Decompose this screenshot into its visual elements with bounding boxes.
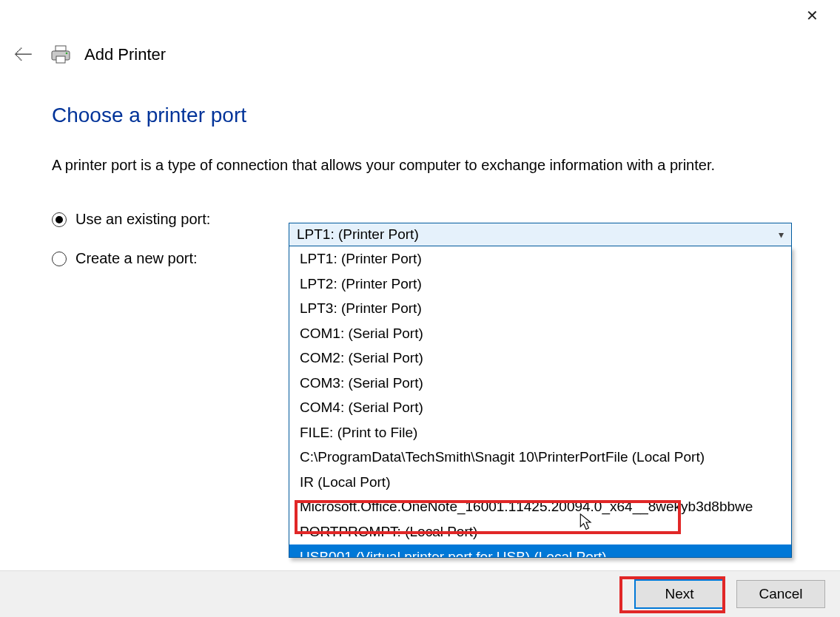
back-arrow-icon: 🡠 (13, 43, 33, 65)
option-existing-label: Use an existing port: (75, 211, 312, 228)
printer-icon (50, 45, 71, 64)
wizard-window: ✕ 🡠 Add Printer Choose a printer port A … (0, 0, 840, 617)
page-heading: Choose a printer port (52, 104, 799, 127)
port-option[interactable]: USB001 (Virtual printer port for USB) (L… (289, 544, 791, 558)
port-option[interactable]: COM1: (Serial Port) (289, 321, 791, 346)
radio-existing[interactable] (52, 212, 67, 227)
port-option[interactable]: C:\ProgramData\TechSmith\Snagit 10\Print… (289, 445, 791, 470)
cancel-button[interactable]: Cancel (736, 580, 825, 608)
next-button[interactable]: Next (634, 579, 725, 609)
header: 🡠 Add Printer (9, 43, 831, 66)
back-button[interactable]: 🡠 (9, 43, 37, 66)
port-combobox[interactable]: LPT1: (Printer Port) ▾ (289, 223, 792, 246)
port-option[interactable]: LPT3: (Printer Port) (289, 296, 791, 321)
port-dropdown[interactable]: LPT1: (Printer Port)LPT2: (Printer Port)… (289, 246, 792, 558)
port-option[interactable]: COM2: (Serial Port) (289, 345, 791, 371)
svg-rect-0 (56, 46, 66, 51)
port-option[interactable]: COM3: (Serial Port) (289, 371, 791, 396)
port-option[interactable]: Microsoft.Office.OneNote_16001.11425.200… (289, 494, 791, 519)
close-icon: ✕ (806, 7, 819, 24)
svg-rect-2 (56, 56, 65, 63)
port-option[interactable]: COM4: (Serial Port) (289, 395, 791, 420)
footer: Next Cancel (0, 570, 840, 617)
close-button[interactable]: ✕ (797, 4, 827, 27)
port-selected-value: LPT1: (Printer Port) (297, 226, 419, 243)
svg-point-3 (66, 52, 68, 54)
port-option[interactable]: LPT1: (Printer Port) (289, 246, 791, 272)
chevron-down-icon: ▾ (779, 229, 784, 240)
window-title: Add Printer (84, 45, 166, 64)
option-create-label: Create a new port: (75, 250, 312, 267)
port-option[interactable]: PORTPROMPT: (Local Port) (289, 519, 791, 544)
port-option[interactable]: FILE: (Print to File) (289, 420, 791, 445)
port-option[interactable]: LPT2: (Printer Port) (289, 272, 791, 297)
radio-create[interactable] (52, 252, 67, 266)
port-combo-area: LPT1: (Printer Port) ▾ LPT1: (Printer Po… (289, 223, 792, 558)
page-description: A printer port is a type of connection t… (52, 157, 799, 174)
port-option[interactable]: IR (Local Port) (289, 470, 791, 495)
